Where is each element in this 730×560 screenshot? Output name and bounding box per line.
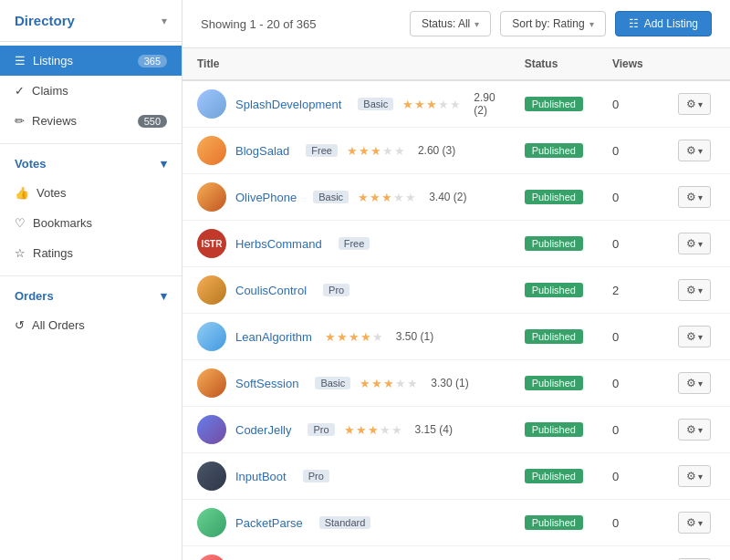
star-filled-icon: ★ — [359, 144, 370, 158]
sidebar-item-votes[interactable]: 👍 Votes — [0, 178, 182, 208]
listing-tag: Pro — [308, 423, 334, 436]
row-action-button[interactable]: ⚙ ▾ — [678, 326, 711, 347]
views-cell: 0 — [598, 407, 663, 453]
star-empty-icon: ★ — [394, 144, 405, 158]
stars-display: ★★★★★ — [358, 191, 416, 204]
listing-name[interactable]: LeanAlgorithm — [235, 330, 312, 344]
star-empty-icon: ★ — [391, 423, 402, 437]
title-cell-inner: ISTR HerbsCommand Free — [197, 229, 495, 258]
listing-avatar — [197, 89, 226, 119]
listing-name[interactable]: SoftSession — [235, 377, 298, 390]
title-cell: LeanAlgorithm ★★★★★ 3.50 (1) — [182, 314, 510, 360]
add-listing-button[interactable]: ☷ Add Listing — [615, 11, 712, 36]
star-filled-icon: ★ — [360, 377, 370, 390]
row-action-button[interactable]: ⚙ ▾ — [678, 93, 711, 115]
status-filter-button[interactable]: Status: All ▾ — [410, 11, 491, 36]
sidebar-item-votes-label: Votes — [36, 186, 67, 200]
votes-section-label: Votes — [15, 157, 46, 171]
gear-icon: ⚙ — [686, 237, 696, 250]
status-cell: Published — [510, 453, 598, 500]
table-row: BlogSalad Free ★★★★★ 2.60 (3) Published … — [182, 128, 730, 174]
row-action-button[interactable]: ⚙ ▾ — [678, 512, 711, 534]
views-cell: 0 — [598, 221, 663, 267]
views-cell: 0 — [598, 128, 663, 174]
star-filled-icon: ★ — [325, 330, 336, 344]
star-empty-icon: ★ — [438, 98, 449, 111]
sidebar-item-reviews[interactable]: ✏ Reviews 550 — [0, 106, 182, 136]
title-cell: ControlRape Pro — [182, 546, 510, 561]
listing-avatar — [197, 182, 226, 212]
row-action-button[interactable]: ⚙ ▾ — [678, 465, 711, 487]
star-empty-icon: ★ — [380, 423, 391, 437]
title-cell-inner: PacketParse Standard — [197, 508, 495, 537]
listing-tag: Pro — [303, 470, 329, 482]
sidebar-item-reviews-label: Reviews — [32, 114, 77, 128]
listing-name[interactable]: HerbsCommand — [235, 237, 322, 251]
sidebar-item-all-orders-label: All Orders — [32, 318, 85, 332]
title-cell-inner: ControlRape Pro — [197, 555, 495, 560]
status-cell: Published — [510, 500, 598, 546]
table-row: OlivePhone Basic ★★★★★ 3.40 (2) Publishe… — [182, 174, 730, 221]
gear-icon: ⚙ — [686, 470, 696, 482]
sidebar-item-all-orders[interactable]: ↺ All Orders — [0, 310, 182, 340]
row-action-button[interactable]: ⚙ ▾ — [678, 279, 711, 301]
col-actions — [663, 48, 730, 80]
rating-value: 3.30 (1) — [431, 377, 468, 389]
sidebar-item-claims-label: Claims — [32, 84, 68, 98]
table-header-row: Title Status Views — [182, 48, 730, 80]
add-listing-label: Add Listing — [644, 17, 698, 30]
status-badge: Published — [525, 97, 583, 111]
table-row: CoderJelly Pro ★★★★★ 3.15 (4) Published … — [182, 407, 730, 453]
status-badge: Published — [525, 329, 583, 344]
star-filled-icon: ★ — [402, 98, 413, 111]
sidebar-header[interactable]: Directory ▾ — [0, 0, 182, 42]
row-action-button[interactable]: ⚙ ▾ — [678, 140, 711, 161]
sort-label: Sort by: Rating — [512, 17, 584, 30]
sidebar-item-claims[interactable]: ✓ Claims — [0, 76, 182, 106]
reviews-badge: 550 — [138, 115, 167, 128]
listing-avatar — [197, 415, 226, 444]
sidebar-item-bookmarks[interactable]: ♡ Bookmarks — [0, 208, 182, 238]
listing-name[interactable]: OlivePhone — [235, 191, 297, 204]
sidebar-item-ratings[interactable]: ☆ Ratings — [0, 238, 182, 268]
star-filled-icon: ★ — [370, 144, 381, 158]
listing-name[interactable]: CoderJelly — [235, 423, 291, 437]
title-cell: BlogSalad Free ★★★★★ 2.60 (3) — [182, 128, 510, 174]
title-cell-inner: CoderJelly Pro ★★★★★ 3.15 (4) — [197, 415, 495, 444]
sidebar-item-listings[interactable]: ☰ Listings 365 — [0, 46, 182, 76]
sort-button[interactable]: Sort by: Rating ▾ — [500, 11, 605, 36]
star-filled-icon: ★ — [381, 191, 392, 204]
title-cell-inner: SoftSession Basic ★★★★★ 3.30 (1) — [197, 368, 495, 398]
title-cell: OlivePhone Basic ★★★★★ 3.40 (2) — [182, 174, 510, 221]
action-chevron-icon: ▾ — [698, 332, 703, 342]
listing-avatar — [197, 368, 226, 398]
star-filled-icon: ★ — [360, 330, 371, 344]
row-action-button[interactable]: ⚙ ▾ — [678, 372, 711, 394]
table-body: SplashDevelopment Basic ★★★★★ 2.90 (2) P… — [182, 80, 730, 560]
listing-tag: Basic — [313, 191, 349, 203]
listing-avatar — [197, 461, 226, 491]
table-row: ISTR HerbsCommand Free Published 0 ⚙ ▾ — [182, 221, 730, 267]
sidebar-item-listings-label: Listings — [33, 54, 73, 67]
status-badge: Published — [525, 283, 583, 297]
status-cell: Published — [510, 267, 598, 314]
row-action-button[interactable]: ⚙ ▾ — [678, 186, 711, 208]
sidebar-votes-section[interactable]: Votes ▾ — [0, 148, 182, 174]
star-empty-icon: ★ — [450, 98, 461, 111]
rating-value: 2.60 (3) — [418, 144, 455, 157]
listing-name[interactable]: SplashDevelopment — [235, 98, 341, 111]
gear-icon: ⚙ — [686, 516, 696, 529]
title-cell-inner: OlivePhone Basic ★★★★★ 3.40 (2) — [197, 182, 495, 212]
row-action-button[interactable]: ⚙ ▾ — [678, 233, 711, 254]
action-chevron-icon: ▾ — [698, 379, 703, 389]
action-chevron-icon: ▾ — [698, 472, 703, 482]
row-action-button[interactable]: ⚙ ▾ — [678, 419, 711, 441]
listing-name[interactable]: PacketParse — [235, 516, 303, 530]
bookmarks-icon: ♡ — [15, 216, 26, 230]
sidebar-orders-section[interactable]: Orders ▾ — [0, 280, 182, 306]
listing-name[interactable]: InputBoot — [235, 470, 287, 483]
listing-name[interactable]: CoulisControl — [235, 284, 307, 297]
star-filled-icon: ★ — [383, 377, 394, 390]
listing-name[interactable]: BlogSalad — [235, 144, 289, 158]
listing-tag: Free — [306, 144, 338, 157]
